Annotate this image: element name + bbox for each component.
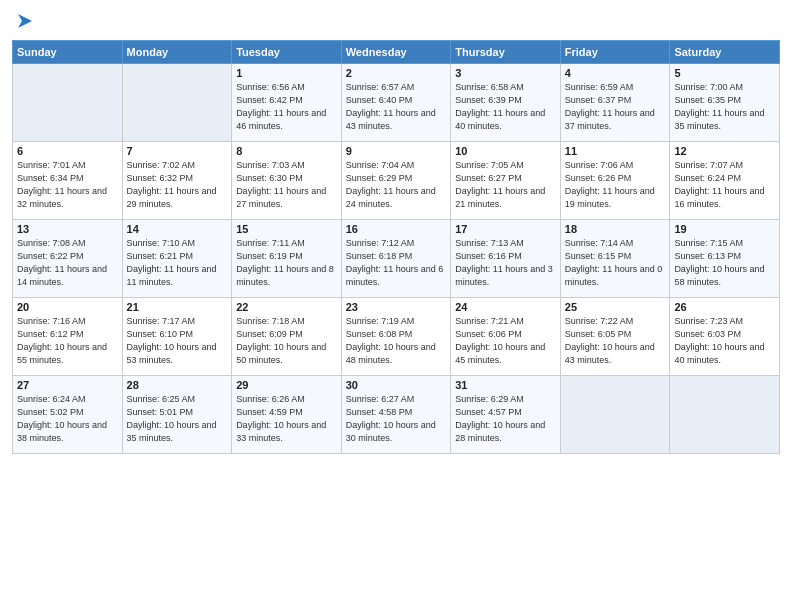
- calendar-cell: 1Sunrise: 6:56 AM Sunset: 6:42 PM Daylig…: [232, 64, 342, 142]
- calendar-cell: 3Sunrise: 6:58 AM Sunset: 6:39 PM Daylig…: [451, 64, 561, 142]
- calendar-cell: 17Sunrise: 7:13 AM Sunset: 6:16 PM Dayli…: [451, 220, 561, 298]
- day-info: Sunrise: 7:08 AM Sunset: 6:22 PM Dayligh…: [17, 237, 118, 289]
- day-number: 21: [127, 301, 228, 313]
- calendar-cell: 5Sunrise: 7:00 AM Sunset: 6:35 PM Daylig…: [670, 64, 780, 142]
- calendar-cell: 19Sunrise: 7:15 AM Sunset: 6:13 PM Dayli…: [670, 220, 780, 298]
- day-info: Sunrise: 7:04 AM Sunset: 6:29 PM Dayligh…: [346, 159, 447, 211]
- calendar-cell: 4Sunrise: 6:59 AM Sunset: 6:37 PM Daylig…: [560, 64, 670, 142]
- day-number: 30: [346, 379, 447, 391]
- calendar-week-5: 27Sunrise: 6:24 AM Sunset: 5:02 PM Dayli…: [13, 376, 780, 454]
- day-info: Sunrise: 7:16 AM Sunset: 6:12 PM Dayligh…: [17, 315, 118, 367]
- calendar-cell: 29Sunrise: 6:26 AM Sunset: 4:59 PM Dayli…: [232, 376, 342, 454]
- svg-marker-0: [18, 14, 32, 28]
- day-number: 25: [565, 301, 666, 313]
- day-info: Sunrise: 7:13 AM Sunset: 6:16 PM Dayligh…: [455, 237, 556, 289]
- calendar-week-3: 13Sunrise: 7:08 AM Sunset: 6:22 PM Dayli…: [13, 220, 780, 298]
- day-info: Sunrise: 7:05 AM Sunset: 6:27 PM Dayligh…: [455, 159, 556, 211]
- day-info: Sunrise: 7:19 AM Sunset: 6:08 PM Dayligh…: [346, 315, 447, 367]
- calendar-cell: 23Sunrise: 7:19 AM Sunset: 6:08 PM Dayli…: [341, 298, 451, 376]
- day-info: Sunrise: 6:26 AM Sunset: 4:59 PM Dayligh…: [236, 393, 337, 445]
- day-info: Sunrise: 7:12 AM Sunset: 6:18 PM Dayligh…: [346, 237, 447, 289]
- calendar-cell: 9Sunrise: 7:04 AM Sunset: 6:29 PM Daylig…: [341, 142, 451, 220]
- day-number: 8: [236, 145, 337, 157]
- day-number: 4: [565, 67, 666, 79]
- calendar-cell: 18Sunrise: 7:14 AM Sunset: 6:15 PM Dayli…: [560, 220, 670, 298]
- day-info: Sunrise: 6:59 AM Sunset: 6:37 PM Dayligh…: [565, 81, 666, 133]
- day-info: Sunrise: 6:29 AM Sunset: 4:57 PM Dayligh…: [455, 393, 556, 445]
- header: [12, 10, 780, 32]
- weekday-header-thursday: Thursday: [451, 41, 561, 64]
- weekday-header-wednesday: Wednesday: [341, 41, 451, 64]
- calendar-cell: 10Sunrise: 7:05 AM Sunset: 6:27 PM Dayli…: [451, 142, 561, 220]
- calendar-cell: [122, 64, 232, 142]
- day-number: 24: [455, 301, 556, 313]
- calendar-cell: 12Sunrise: 7:07 AM Sunset: 6:24 PM Dayli…: [670, 142, 780, 220]
- day-info: Sunrise: 7:18 AM Sunset: 6:09 PM Dayligh…: [236, 315, 337, 367]
- calendar-cell: 22Sunrise: 7:18 AM Sunset: 6:09 PM Dayli…: [232, 298, 342, 376]
- logo-arrow-icon: [14, 10, 36, 32]
- calendar-cell: 8Sunrise: 7:03 AM Sunset: 6:30 PM Daylig…: [232, 142, 342, 220]
- day-number: 31: [455, 379, 556, 391]
- calendar-cell: [560, 376, 670, 454]
- day-number: 5: [674, 67, 775, 79]
- day-number: 7: [127, 145, 228, 157]
- calendar-cell: 13Sunrise: 7:08 AM Sunset: 6:22 PM Dayli…: [13, 220, 123, 298]
- calendar-cell: 16Sunrise: 7:12 AM Sunset: 6:18 PM Dayli…: [341, 220, 451, 298]
- calendar-cell: 28Sunrise: 6:25 AM Sunset: 5:01 PM Dayli…: [122, 376, 232, 454]
- day-number: 17: [455, 223, 556, 235]
- weekday-header-saturday: Saturday: [670, 41, 780, 64]
- day-info: Sunrise: 7:21 AM Sunset: 6:06 PM Dayligh…: [455, 315, 556, 367]
- day-number: 9: [346, 145, 447, 157]
- day-info: Sunrise: 6:25 AM Sunset: 5:01 PM Dayligh…: [127, 393, 228, 445]
- day-number: 10: [455, 145, 556, 157]
- calendar-cell: 24Sunrise: 7:21 AM Sunset: 6:06 PM Dayli…: [451, 298, 561, 376]
- day-info: Sunrise: 6:24 AM Sunset: 5:02 PM Dayligh…: [17, 393, 118, 445]
- weekday-header-monday: Monday: [122, 41, 232, 64]
- weekday-header-row: SundayMondayTuesdayWednesdayThursdayFrid…: [13, 41, 780, 64]
- calendar-cell: [13, 64, 123, 142]
- day-info: Sunrise: 7:23 AM Sunset: 6:03 PM Dayligh…: [674, 315, 775, 367]
- day-number: 28: [127, 379, 228, 391]
- day-number: 14: [127, 223, 228, 235]
- day-number: 18: [565, 223, 666, 235]
- day-info: Sunrise: 7:15 AM Sunset: 6:13 PM Dayligh…: [674, 237, 775, 289]
- calendar-week-1: 1Sunrise: 6:56 AM Sunset: 6:42 PM Daylig…: [13, 64, 780, 142]
- day-info: Sunrise: 7:07 AM Sunset: 6:24 PM Dayligh…: [674, 159, 775, 211]
- weekday-header-sunday: Sunday: [13, 41, 123, 64]
- day-number: 22: [236, 301, 337, 313]
- calendar-cell: 27Sunrise: 6:24 AM Sunset: 5:02 PM Dayli…: [13, 376, 123, 454]
- day-info: Sunrise: 6:58 AM Sunset: 6:39 PM Dayligh…: [455, 81, 556, 133]
- day-info: Sunrise: 7:01 AM Sunset: 6:34 PM Dayligh…: [17, 159, 118, 211]
- day-number: 23: [346, 301, 447, 313]
- calendar-cell: 26Sunrise: 7:23 AM Sunset: 6:03 PM Dayli…: [670, 298, 780, 376]
- day-info: Sunrise: 7:00 AM Sunset: 6:35 PM Dayligh…: [674, 81, 775, 133]
- day-info: Sunrise: 6:57 AM Sunset: 6:40 PM Dayligh…: [346, 81, 447, 133]
- day-number: 3: [455, 67, 556, 79]
- day-number: 6: [17, 145, 118, 157]
- day-info: Sunrise: 7:22 AM Sunset: 6:05 PM Dayligh…: [565, 315, 666, 367]
- day-number: 27: [17, 379, 118, 391]
- calendar-cell: 6Sunrise: 7:01 AM Sunset: 6:34 PM Daylig…: [13, 142, 123, 220]
- calendar-cell: 25Sunrise: 7:22 AM Sunset: 6:05 PM Dayli…: [560, 298, 670, 376]
- calendar-cell: 30Sunrise: 6:27 AM Sunset: 4:58 PM Dayli…: [341, 376, 451, 454]
- calendar-cell: 14Sunrise: 7:10 AM Sunset: 6:21 PM Dayli…: [122, 220, 232, 298]
- day-info: Sunrise: 6:56 AM Sunset: 6:42 PM Dayligh…: [236, 81, 337, 133]
- day-info: Sunrise: 7:11 AM Sunset: 6:19 PM Dayligh…: [236, 237, 337, 289]
- day-info: Sunrise: 7:06 AM Sunset: 6:26 PM Dayligh…: [565, 159, 666, 211]
- day-info: Sunrise: 7:14 AM Sunset: 6:15 PM Dayligh…: [565, 237, 666, 289]
- day-number: 2: [346, 67, 447, 79]
- day-info: Sunrise: 7:02 AM Sunset: 6:32 PM Dayligh…: [127, 159, 228, 211]
- day-number: 15: [236, 223, 337, 235]
- day-number: 29: [236, 379, 337, 391]
- calendar-week-4: 20Sunrise: 7:16 AM Sunset: 6:12 PM Dayli…: [13, 298, 780, 376]
- day-number: 12: [674, 145, 775, 157]
- calendar-cell: [670, 376, 780, 454]
- day-number: 26: [674, 301, 775, 313]
- day-number: 16: [346, 223, 447, 235]
- day-number: 13: [17, 223, 118, 235]
- page-container: SundayMondayTuesdayWednesdayThursdayFrid…: [0, 0, 792, 462]
- calendar-cell: 31Sunrise: 6:29 AM Sunset: 4:57 PM Dayli…: [451, 376, 561, 454]
- calendar-week-2: 6Sunrise: 7:01 AM Sunset: 6:34 PM Daylig…: [13, 142, 780, 220]
- calendar-cell: 20Sunrise: 7:16 AM Sunset: 6:12 PM Dayli…: [13, 298, 123, 376]
- day-info: Sunrise: 7:03 AM Sunset: 6:30 PM Dayligh…: [236, 159, 337, 211]
